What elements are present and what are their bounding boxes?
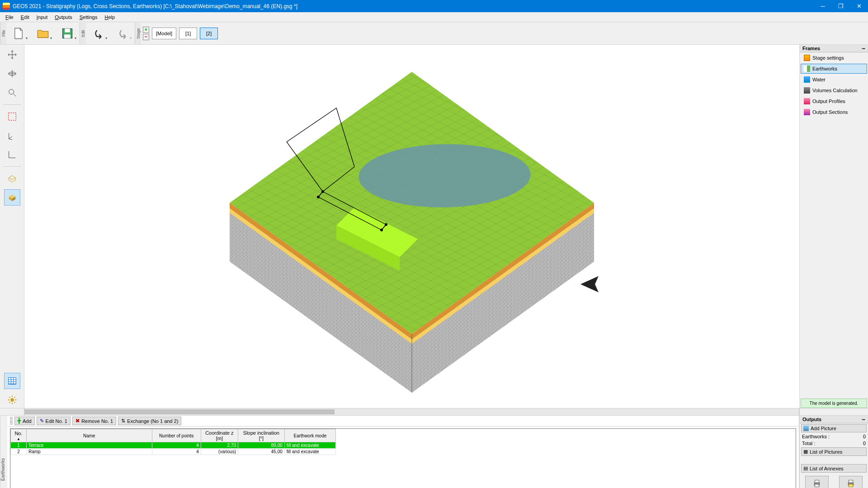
save-file-button[interactable]: [56, 24, 79, 42]
svg-rect-20: [815, 484, 819, 487]
grip-icon[interactable]: [10, 417, 13, 425]
toolbar-section-edit: Edit: [80, 23, 86, 44]
open-file-button[interactable]: [32, 24, 54, 42]
rotate-tool[interactable]: [4, 66, 20, 82]
minimize-button[interactable]: ─: [814, 0, 832, 12]
svg-rect-2: [64, 34, 71, 38]
solid-tool[interactable]: [4, 189, 20, 206]
col-no: No. ▲: [11, 429, 27, 442]
axes-xy-tool[interactable]: [4, 146, 20, 163]
maximize-button[interactable]: ❐: [832, 0, 850, 12]
edit-button[interactable]: ✎Edit No. 1: [37, 417, 71, 425]
svg-point-7: [10, 398, 14, 401]
wireframe-tool[interactable]: [4, 170, 20, 187]
col-z: Coordinate z[m]: [201, 429, 238, 442]
close-button[interactable]: ✕: [850, 0, 868, 12]
frame-icon: [804, 98, 810, 104]
frame-label: Output Profiles: [812, 99, 845, 104]
remove-stage-button[interactable]: −: [143, 34, 149, 40]
frame-icon: [804, 66, 810, 72]
zoom-tool[interactable]: [4, 84, 20, 101]
menu-settings[interactable]: Settings: [76, 13, 101, 21]
zoom-extents-tool[interactable]: [4, 108, 20, 125]
frame-label: Volumes Calculation: [812, 88, 858, 93]
undo-button[interactable]: [87, 24, 109, 42]
menu-edit[interactable]: Edit: [17, 13, 33, 21]
earthworks-count: Earthworks :0: [801, 434, 867, 439]
frame-item-output-profiles[interactable]: Output Profiles: [801, 96, 867, 106]
window-title: GEO5 2021 - Stratigraphy (Logs, Cross Se…: [13, 3, 814, 9]
list-pictures-button[interactable]: ▦List of Pictures: [801, 447, 867, 456]
exchange-button[interactable]: ⇅Exchange (No 1 and 2): [118, 417, 181, 425]
viewport-scrollbar[interactable]: [0, 408, 868, 416]
earthworks-table[interactable]: No. ▲ Name Number of points Coordinate z…: [10, 428, 796, 488]
total-count: Total :0: [801, 441, 867, 446]
frame-label: Output Sections: [812, 109, 848, 115]
frame-item-stage-settings[interactable]: Stage settings: [801, 53, 867, 63]
frame-label: Earthworks: [812, 66, 837, 71]
toolbar-section-stage: Stage: [135, 23, 141, 44]
axes-xyz-tool[interactable]: [4, 127, 20, 144]
frame-item-volumes-calculation[interactable]: Volumes Calculation: [801, 85, 867, 95]
table-row[interactable]: 1Terrace42,7089,00fill and excavate: [11, 442, 336, 449]
toolbar-section-file: File: [0, 23, 6, 44]
titlebar: GEO5 2021 - Stratigraphy (Logs, Cross Se…: [0, 0, 868, 12]
table-view-button[interactable]: [4, 373, 20, 389]
pan-tool[interactable]: [4, 47, 20, 63]
frame-icon: [804, 55, 810, 61]
svg-point-15: [385, 223, 387, 226]
stage-tab-2[interactable]: [2]: [200, 28, 218, 39]
model-status: The model is generated.: [801, 399, 867, 408]
menu-input[interactable]: Input: [33, 13, 51, 21]
add-button[interactable]: ╋Add: [14, 417, 35, 425]
col-points: Number of points: [152, 429, 201, 442]
svg-point-17: [317, 196, 320, 198]
frame-item-water[interactable]: Water: [801, 75, 867, 84]
stage-tab-1[interactable]: [1]: [179, 28, 197, 39]
redo-button[interactable]: [111, 24, 134, 42]
svg-point-14: [321, 190, 324, 193]
col-slope: Slope inclination[°]: [238, 429, 284, 442]
col-name: Name: [26, 429, 152, 442]
svg-rect-23: [849, 484, 853, 487]
frame-icon: [804, 109, 810, 115]
frame-icon: [804, 87, 810, 94]
bottom-tab-earthworks[interactable]: Earthworks: [0, 416, 7, 488]
print-button[interactable]: [805, 476, 829, 488]
menu-file[interactable]: File: [2, 13, 17, 21]
add-picture-button[interactable]: Add Picture: [801, 424, 867, 432]
settings-gear-button[interactable]: [4, 392, 20, 408]
frame-item-output-sections[interactable]: Output Sections: [801, 107, 867, 117]
svg-rect-22: [849, 480, 853, 483]
frames-panel: Frames – Stage settingsEarthworksWaterVo…: [799, 45, 868, 408]
svg-rect-6: [8, 378, 16, 385]
3d-viewport[interactable]: [24, 45, 799, 408]
add-stage-button[interactable]: +: [143, 27, 149, 33]
menubar: File Edit Input Outputs Settings Help: [0, 12, 868, 22]
svg-rect-1: [65, 28, 70, 32]
frame-item-earthworks[interactable]: Earthworks: [801, 64, 867, 74]
earthworks-toolbar: ╋Add ✎Edit No. 1 ✖Remove No. 1 ⇅Exchange…: [7, 416, 799, 427]
table-row[interactable]: 2Ramp4(various)45,00fill and excavate: [11, 449, 336, 455]
app-icon: [3, 3, 10, 10]
view-toolbar: [0, 45, 24, 408]
col-mode: Earthwork mode: [284, 429, 335, 442]
remove-button[interactable]: ✖Remove No. 1: [72, 417, 116, 425]
list-annexes-button[interactable]: ▤List of Annexes: [801, 464, 867, 473]
menu-help[interactable]: Help: [101, 13, 119, 21]
frame-label: Stage settings: [812, 55, 844, 61]
stage-tab-model[interactable]: [Model]: [152, 28, 176, 39]
outputs-minimize-icon[interactable]: –: [862, 417, 865, 422]
new-file-button[interactable]: [7, 24, 30, 42]
frames-header: Frames –: [800, 45, 868, 52]
frames-minimize-icon[interactable]: –: [862, 46, 865, 51]
menu-outputs[interactable]: Outputs: [51, 13, 76, 21]
print-color-button[interactable]: [839, 476, 863, 488]
outputs-header-label: Outputs: [802, 417, 821, 422]
outputs-header: Outputs –: [800, 416, 868, 423]
frames-header-label: Frames: [802, 46, 820, 51]
svg-point-4: [9, 89, 14, 94]
frame-icon: [804, 76, 810, 83]
svg-point-16: [380, 229, 383, 231]
svg-rect-19: [815, 480, 819, 483]
